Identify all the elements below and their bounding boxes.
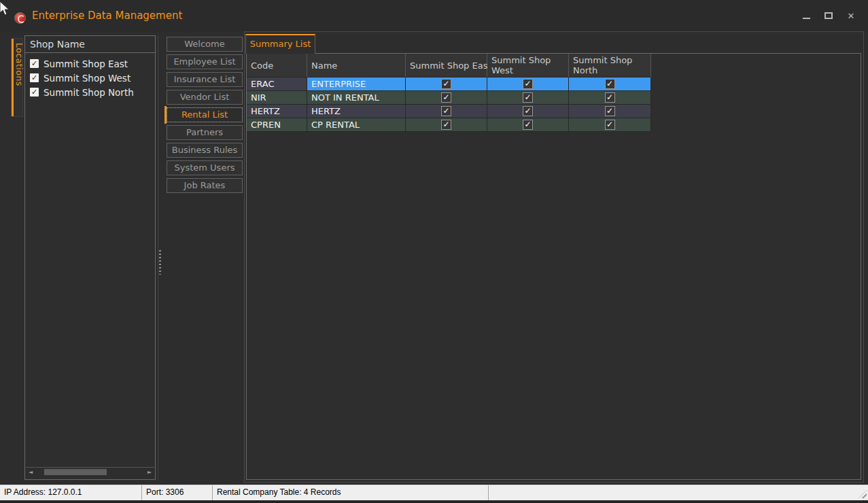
tab-content: CodeNameSummit Shop EastSummit Shop West… bbox=[246, 53, 861, 480]
maximize-button[interactable] bbox=[821, 8, 836, 23]
checkbox-checked-icon[interactable]: ✓ bbox=[523, 92, 533, 103]
checkbox-checked-icon[interactable]: ✓ bbox=[30, 88, 39, 97]
cell-code: HERTZ bbox=[247, 105, 307, 118]
status-panel-ip: IP Address: 127.0.0.1 bbox=[0, 485, 142, 500]
scrollbar-thumb[interactable] bbox=[44, 469, 107, 475]
checkbox-checked-icon[interactable]: ✓ bbox=[441, 92, 451, 103]
cell-name: NOT IN RENTAL bbox=[307, 91, 406, 105]
minimize-button[interactable] bbox=[799, 8, 814, 23]
shop-list-header: Shop Name bbox=[25, 36, 155, 53]
cell-checkbox: ✓ bbox=[487, 118, 569, 132]
nav-button-welcome[interactable]: Welcome bbox=[167, 37, 243, 52]
cell-checkbox: ✓ bbox=[406, 77, 487, 91]
checkbox-checked-icon[interactable]: ✓ bbox=[441, 79, 451, 89]
nav-button-employee-list[interactable]: Employee List bbox=[167, 54, 243, 69]
bottom-strip bbox=[0, 500, 868, 503]
minimize-icon bbox=[803, 18, 810, 19]
column-header[interactable]: Code bbox=[247, 54, 307, 77]
table-row[interactable]: CPRENCP RENTAL✓✓✓ bbox=[247, 118, 651, 132]
cell-name: ENTERPRISE bbox=[307, 77, 406, 91]
window-controls: ✕ bbox=[799, 0, 858, 31]
cell-checkbox: ✓ bbox=[406, 91, 487, 105]
statusbar: IP Address: 127.0.0.1Port: 3306Rental Co… bbox=[0, 485, 868, 500]
nav-button-vendor-list[interactable]: Vendor List bbox=[167, 90, 243, 105]
nav-button-insurance-list[interactable]: Insurance List bbox=[167, 72, 243, 87]
status-panel-spacer bbox=[489, 485, 857, 500]
checkbox-checked-icon[interactable]: ✓ bbox=[605, 79, 615, 89]
main-panel: Summary List CodeNameSummit Shop EastSum… bbox=[244, 31, 864, 483]
cell-checkbox: ✓ bbox=[569, 91, 651, 105]
checkbox-checked-icon[interactable]: ✓ bbox=[441, 106, 451, 116]
checkbox-checked-icon[interactable]: ✓ bbox=[30, 73, 39, 82]
column-header[interactable]: Summit Shop North bbox=[569, 54, 651, 77]
shop-item-label: Summit Shop West bbox=[44, 73, 131, 84]
checkbox-checked-icon[interactable]: ✓ bbox=[441, 120, 451, 130]
checkbox-checked-icon[interactable]: ✓ bbox=[523, 79, 533, 89]
checkbox-checked-icon[interactable]: ✓ bbox=[523, 106, 533, 116]
cell-code: CPREN bbox=[247, 118, 307, 132]
cell-checkbox: ✓ bbox=[406, 118, 487, 132]
summary-table: CodeNameSummit Shop EastSummit Shop West… bbox=[247, 54, 651, 132]
nav-button-business-rules[interactable]: Business Rules bbox=[167, 143, 243, 158]
panel-splitter[interactable] bbox=[157, 35, 163, 480]
status-panel-records: Rental Company Table: 4 Records bbox=[213, 485, 489, 500]
nav-button-rental-list[interactable]: Rental List bbox=[167, 107, 243, 122]
resize-grip-icon[interactable] bbox=[857, 485, 868, 500]
window-title: Enterprise Data Management bbox=[32, 0, 182, 31]
shop-list-item[interactable]: ✓ Summit Shop North bbox=[25, 85, 155, 99]
checkbox-checked-icon[interactable]: ✓ bbox=[605, 120, 615, 130]
maximize-icon bbox=[824, 12, 833, 19]
cell-name: HERTZ bbox=[307, 105, 406, 118]
horizontal-scrollbar[interactable]: ◄ ► bbox=[26, 467, 154, 476]
cell-code: ERAC bbox=[247, 77, 307, 91]
nav-button-job-rates[interactable]: Job Rates bbox=[167, 178, 243, 193]
cell-checkbox: ✓ bbox=[487, 77, 569, 91]
shop-list-item[interactable]: ✓ Summit Shop West bbox=[25, 71, 155, 85]
table-row[interactable]: HERTZHERTZ✓✓✓ bbox=[247, 105, 651, 118]
table-row[interactable]: NIRNOT IN RENTAL✓✓✓ bbox=[247, 91, 651, 105]
splitter-grip-icon bbox=[159, 250, 161, 275]
column-header[interactable]: Summit Shop East bbox=[406, 54, 487, 77]
app-window: Enterprise Data Management ✕ Select Loca… bbox=[0, 0, 868, 503]
close-icon: ✕ bbox=[848, 11, 855, 21]
cell-code: NIR bbox=[247, 91, 307, 105]
app-logo-icon bbox=[14, 12, 26, 24]
status-panel-port: Port: 3306 bbox=[142, 485, 213, 500]
shop-list-panel: Shop Name ✓ Summit Shop East ✓ Summit Sh… bbox=[24, 35, 156, 480]
shop-list-item[interactable]: ✓ Summit Shop East bbox=[25, 56, 155, 71]
column-header[interactable]: Summit Shop West bbox=[487, 54, 569, 77]
table-row[interactable]: ERACENTERPRISE✓✓✓ bbox=[247, 77, 651, 91]
column-header[interactable]: Name bbox=[307, 54, 406, 77]
cell-checkbox: ✓ bbox=[487, 91, 569, 105]
titlebar: Enterprise Data Management ✕ bbox=[0, 0, 868, 31]
mouse-cursor-icon bbox=[0, 1, 11, 16]
cell-checkbox: ✓ bbox=[569, 77, 651, 91]
shop-list: ✓ Summit Shop East ✓ Summit Shop West ✓ … bbox=[25, 53, 155, 99]
dock-tab-accent-bar bbox=[12, 39, 14, 116]
nav-button-partners[interactable]: Partners bbox=[167, 125, 243, 140]
scroll-left-arrow-icon[interactable]: ◄ bbox=[26, 468, 35, 476]
shop-item-label: Summit Shop East bbox=[44, 58, 128, 69]
cell-checkbox: ✓ bbox=[406, 105, 487, 118]
scrollbar-track[interactable] bbox=[35, 468, 145, 476]
scroll-right-arrow-icon[interactable]: ► bbox=[145, 468, 154, 476]
nav-panel: Welcome Employee List Insurance List Ven… bbox=[167, 37, 243, 196]
cell-checkbox: ✓ bbox=[569, 118, 651, 132]
tab-summary-list[interactable]: Summary List bbox=[245, 34, 315, 54]
checkbox-checked-icon[interactable]: ✓ bbox=[30, 59, 39, 68]
checkbox-checked-icon[interactable]: ✓ bbox=[605, 106, 615, 116]
checkbox-checked-icon[interactable]: ✓ bbox=[523, 120, 533, 130]
checkbox-checked-icon[interactable]: ✓ bbox=[605, 92, 615, 103]
dock-tab-select-locations[interactable]: Select Locations bbox=[11, 38, 23, 117]
nav-button-system-users[interactable]: System Users bbox=[167, 160, 243, 175]
close-button[interactable]: ✕ bbox=[844, 8, 858, 23]
shop-item-label: Summit Shop North bbox=[44, 87, 134, 98]
table-header-row: CodeNameSummit Shop EastSummit Shop West… bbox=[247, 54, 651, 77]
cell-name: CP RENTAL bbox=[307, 118, 406, 132]
cell-checkbox: ✓ bbox=[569, 105, 651, 118]
cell-checkbox: ✓ bbox=[487, 105, 569, 118]
